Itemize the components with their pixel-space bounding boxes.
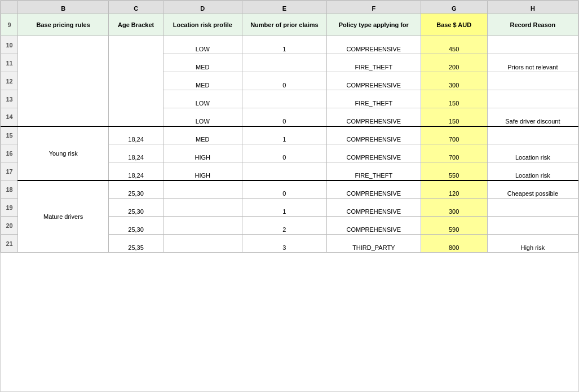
header-policy-type: Policy type applying for	[327, 14, 421, 36]
age-bracket-young-safe	[109, 36, 163, 126]
base-aud-15: 700	[421, 126, 487, 144]
row-num-13: 13	[1, 90, 18, 108]
policy-type-19: COMPREHENSIVE	[327, 199, 421, 217]
row-num-15: 15	[1, 126, 18, 144]
policy-type-16: COMPREHENSIVE	[327, 144, 421, 162]
policy-type-17: FIRE_THEFT	[327, 162, 421, 180]
age-bracket-17: 18,24	[109, 162, 163, 180]
row-num-21: 21	[1, 235, 18, 253]
prior-claims-21: 3	[242, 235, 326, 253]
row-num-16: 16	[1, 144, 18, 162]
base-aud-19: 300	[421, 199, 487, 217]
header-number-prior-claims: Number of prior claims	[242, 14, 326, 36]
location-risk-18	[163, 180, 242, 199]
row-num-14: 14	[1, 108, 18, 126]
row-num-12: 12	[1, 72, 18, 90]
col-letter-c: C	[109, 1, 163, 14]
record-reason-13	[487, 90, 578, 108]
prior-claims-11	[242, 54, 326, 72]
col-letter-g: G	[421, 1, 487, 14]
header-row-9: 9 Base pricing rules Age Bracket Locatio…	[1, 14, 578, 36]
row-num-9: 9	[1, 14, 18, 36]
base-aud-17: 550	[421, 162, 487, 180]
location-risk-14: LOW	[163, 108, 242, 126]
location-risk-13: LOW	[163, 90, 242, 108]
group-label-young-safe	[18, 36, 109, 126]
record-reason-20	[487, 217, 578, 235]
age-bracket-20: 25,30	[109, 217, 163, 235]
age-bracket-16: 18,24	[109, 144, 163, 162]
prior-claims-19: 1	[242, 199, 326, 217]
base-aud-18: 120	[421, 180, 487, 199]
header-base-aud: Base $ AUD	[421, 14, 487, 36]
table-row: 18 Mature drivers 25,30 0 COMPREHENSIVE …	[1, 180, 578, 199]
policy-type-20: COMPREHENSIVE	[327, 217, 421, 235]
base-aud-11: 200	[421, 54, 487, 72]
policy-type-15: COMPREHENSIVE	[327, 126, 421, 144]
base-aud-14: 150	[421, 108, 487, 126]
col-letter-f: F	[327, 1, 421, 14]
base-aud-21: 800	[421, 235, 487, 253]
col-letter-e: E	[242, 1, 326, 14]
prior-claims-12: 0	[242, 72, 326, 90]
base-aud-20: 590	[421, 217, 487, 235]
row-num-17: 17	[1, 162, 18, 180]
location-risk-16: HIGH	[163, 144, 242, 162]
location-risk-11: MED	[163, 54, 242, 72]
policy-type-14: COMPREHENSIVE	[327, 108, 421, 126]
policy-type-12: COMPREHENSIVE	[327, 72, 421, 90]
header-location-risk-profile: Location risk profile	[163, 14, 242, 36]
record-reason-17: Location risk	[487, 162, 578, 180]
prior-claims-13	[242, 90, 326, 108]
policy-type-21: THIRD_PARTY	[327, 235, 421, 253]
age-bracket-19: 25,30	[109, 199, 163, 217]
location-risk-10: LOW	[163, 36, 242, 54]
location-risk-19	[163, 199, 242, 217]
base-aud-16: 700	[421, 144, 487, 162]
policy-type-10: COMPREHENSIVE	[327, 36, 421, 54]
corner-cell	[1, 1, 18, 14]
policy-type-18: COMPREHENSIVE	[327, 180, 421, 199]
age-bracket-18: 25,30	[109, 180, 163, 199]
record-reason-21: High risk	[487, 235, 578, 253]
location-risk-12: MED	[163, 72, 242, 90]
col-letter-h: H	[487, 1, 578, 14]
location-risk-15: MED	[163, 126, 242, 144]
table-row: 10 LOW 1 COMPREHENSIVE 450	[1, 36, 578, 54]
spreadsheet: B C D E F G H 9 Base pricing rules Age B…	[0, 0, 579, 392]
policy-type-13: FIRE_THEFT	[327, 90, 421, 108]
base-aud-10: 450	[421, 36, 487, 54]
column-letters-row: B C D E F G H	[1, 1, 578, 14]
row-num-11: 11	[1, 54, 18, 72]
base-aud-13: 150	[421, 90, 487, 108]
prior-claims-18: 0	[242, 180, 326, 199]
col-letter-d: D	[163, 1, 242, 14]
age-bracket-21: 25,35	[109, 235, 163, 253]
record-reason-11: Priors not relevant	[487, 54, 578, 72]
prior-claims-17	[242, 162, 326, 180]
row-num-18: 18	[1, 180, 18, 199]
location-risk-20	[163, 217, 242, 235]
prior-claims-16: 0	[242, 144, 326, 162]
col-letter-b: B	[18, 1, 109, 14]
record-reason-14: Safe driver discount	[487, 108, 578, 126]
record-reason-19	[487, 199, 578, 217]
age-bracket-15: 18,24	[109, 126, 163, 144]
record-reason-16: Location risk	[487, 144, 578, 162]
header-base-pricing-rules: Base pricing rules	[18, 14, 109, 36]
record-reason-12	[487, 72, 578, 90]
record-reason-10	[487, 36, 578, 54]
base-aud-12: 300	[421, 72, 487, 90]
prior-claims-15: 1	[242, 126, 326, 144]
header-age-bracket: Age Bracket	[109, 14, 163, 36]
policy-type-11: FIRE_THEFT	[327, 54, 421, 72]
prior-claims-20: 2	[242, 217, 326, 235]
row-num-19: 19	[1, 199, 18, 217]
location-risk-17: HIGH	[163, 162, 242, 180]
prior-claims-14: 0	[242, 108, 326, 126]
row-num-10: 10	[1, 36, 18, 54]
prior-claims-10: 1	[242, 36, 326, 54]
group-label-young-risk: Young risk	[18, 126, 109, 180]
record-reason-18: Cheapest possible	[487, 180, 578, 199]
record-reason-15	[487, 126, 578, 144]
